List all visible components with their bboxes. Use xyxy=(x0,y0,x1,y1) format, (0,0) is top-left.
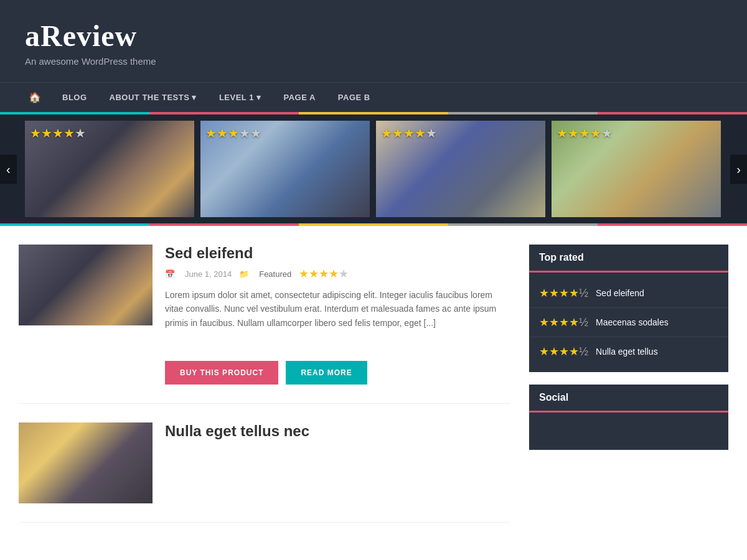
top-rated-stars-2: ★★★★½ xyxy=(539,315,588,329)
post-meta: 📅 June 1, 2014 📁 Featured ★★★★★ xyxy=(165,267,510,281)
top-rated-stars-1: ★★★★½ xyxy=(539,286,588,300)
chevron-down-icon: ▾ xyxy=(192,93,197,102)
site-tagline: An awesome WordPress theme xyxy=(25,56,722,67)
top-rated-stars-3: ★★★★½ xyxy=(539,345,588,358)
nav-home[interactable]: 🏠 xyxy=(19,83,51,112)
read-more-button[interactable]: READ MORE xyxy=(286,361,367,385)
top-rated-item-3[interactable]: ★★★★½ Nulla eget tellus xyxy=(529,337,728,366)
carousel-stars-3: ★★★★★ xyxy=(381,126,437,141)
social-widget: Social xyxy=(529,385,728,450)
post-actions: BUY THIS PRODUCT READ MORE xyxy=(19,361,510,385)
nav-item-blog[interactable]: BLOG xyxy=(51,84,98,111)
buy-product-button[interactable]: BUY THIS PRODUCT xyxy=(165,361,278,385)
post-category: Featured xyxy=(259,269,291,279)
post-date: June 1, 2014 xyxy=(185,269,232,279)
carousel-item[interactable]: ★★★★★ xyxy=(200,121,370,217)
top-rated-item-1[interactable]: ★★★★½ Sed eleifend xyxy=(529,279,728,308)
nav-item-level1[interactable]: LEVEL 1 ▾ xyxy=(208,84,273,111)
post-thumbnail[interactable] xyxy=(19,245,153,325)
post-title-2[interactable]: Nulla eget tellus nec xyxy=(165,422,510,440)
chevron-down-icon: ▾ xyxy=(256,93,261,102)
post-title[interactable]: Sed eleifend xyxy=(165,245,510,262)
top-rated-name-1: Sed eleifend xyxy=(596,288,644,298)
calendar-icon: 📅 xyxy=(165,269,175,279)
site-title: aReview xyxy=(25,19,722,53)
top-rated-name-3: Nulla eget tellus xyxy=(596,347,658,357)
post-item-2: Nulla eget tellus nec xyxy=(19,422,510,523)
navigation: 🏠 BLOG ABOUT THE TESTS ▾ LEVEL 1 ▾ PAGE … xyxy=(0,82,747,114)
carousel-section: ‹ ★★★★★ ★★★★★ ★★★★★ ★★★★★ › xyxy=(0,114,747,223)
widget-title-social: Social xyxy=(529,385,728,413)
post-content-2: Nulla eget tellus nec xyxy=(165,422,510,503)
carousel-item[interactable]: ★★★★★ xyxy=(25,121,194,217)
post-item: Sed eleifend 📅 June 1, 2014 📁 Featured ★… xyxy=(19,245,510,404)
nav-item-about[interactable]: ABOUT THE TESTS ▾ xyxy=(98,84,208,111)
carousel-item[interactable]: ★★★★★ xyxy=(552,121,721,217)
nav-item-pagea[interactable]: PAGE A xyxy=(272,84,326,111)
post-content: Sed eleifend 📅 June 1, 2014 📁 Featured ★… xyxy=(165,245,510,339)
carousel-item[interactable]: ★★★★★ xyxy=(376,121,545,217)
posts-column: Sed eleifend 📅 June 1, 2014 📁 Featured ★… xyxy=(19,245,510,541)
top-rated-name-2: Maecenas sodales xyxy=(596,317,669,327)
post-excerpt: Lorem ipsum dolor sit amet, consectetur … xyxy=(165,288,510,330)
home-icon: 🏠 xyxy=(29,91,41,103)
nav-item-pageb[interactable]: PAGE B xyxy=(327,84,382,111)
carousel-prev-button[interactable]: ‹ xyxy=(0,154,17,184)
carousel-stars-2: ★★★★★ xyxy=(205,126,261,141)
main-content: Sed eleifend 📅 June 1, 2014 📁 Featured ★… xyxy=(0,226,747,560)
widget-title-top-rated: Top rated xyxy=(529,245,728,273)
carousel-stars-4: ★★★★★ xyxy=(557,126,613,141)
site-header: aReview An awesome WordPress theme 🏠 BLO… xyxy=(0,0,747,114)
post-stars: ★★★★★ xyxy=(299,267,349,281)
social-body xyxy=(529,413,728,450)
post-thumbnail-2[interactable] xyxy=(19,422,153,503)
carousel-next-button[interactable]: › xyxy=(730,154,747,184)
top-rated-item-2[interactable]: ★★★★½ Maecenas sodales xyxy=(529,308,728,337)
folder-icon: 📁 xyxy=(239,269,249,279)
carousel-stars-1: ★★★★★ xyxy=(30,126,86,141)
carousel-inner: ★★★★★ ★★★★★ ★★★★★ ★★★★★ xyxy=(0,121,747,217)
top-rated-widget: Top rated ★★★★½ Sed eleifend ★★★★½ Maece… xyxy=(529,245,728,372)
top-rated-list: ★★★★½ Sed eleifend ★★★★½ Maecenas sodale… xyxy=(529,273,728,372)
sidebar: Top rated ★★★★½ Sed eleifend ★★★★½ Maece… xyxy=(529,245,728,541)
